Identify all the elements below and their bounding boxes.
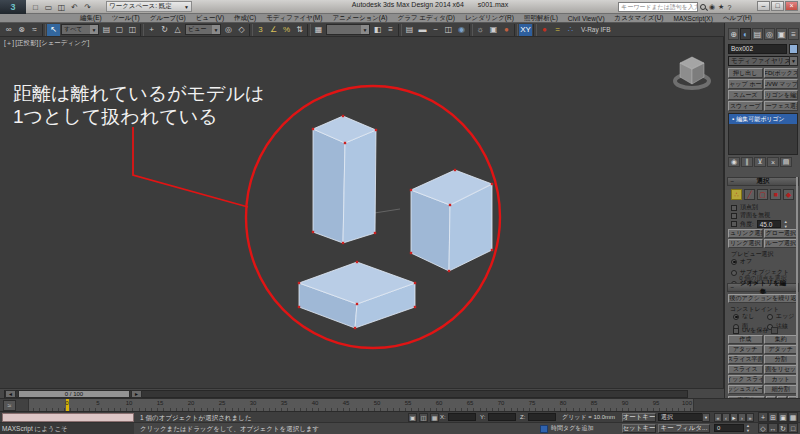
previous-frame-arrow[interactable]: ◄ (5, 390, 16, 398)
menu-item-12[interactable]: MAXScript(X) (669, 15, 718, 22)
application-menu-button[interactable]: 3 (0, 0, 26, 14)
select-and-scale-icon[interactable]: △ (171, 24, 184, 36)
tab-motion[interactable]: ◎ (764, 28, 775, 40)
save-file-icon[interactable]: ◫ (56, 2, 67, 13)
menu-item-1[interactable]: ツール(T) (107, 14, 145, 23)
box-pillar[interactable] (313, 116, 376, 243)
grow-button[interactable]: グロー選択 (764, 229, 799, 238)
geometry-button-8[interactable]: クイック スライス (728, 375, 763, 384)
previous-frame-icon[interactable]: ‹ (722, 413, 730, 422)
go-to-end-icon[interactable]: » (746, 413, 754, 422)
box-flat[interactable] (299, 262, 415, 328)
viewport-shading-menu[interactable]: [シェーディング] (39, 39, 89, 48)
rendered-frame-icon[interactable]: ▣ (487, 24, 500, 36)
panel-scrollbar[interactable] (796, 177, 798, 409)
menu-item-6[interactable]: アニメーション(A) (327, 14, 392, 23)
vray-teapot-icon[interactable]: ● (538, 24, 551, 36)
xy-constraint-icon[interactable]: XY (519, 24, 532, 36)
menu-item-5[interactable]: モディファイヤ(M) (261, 14, 327, 23)
percent-snap-icon[interactable]: % (280, 24, 293, 36)
modifier-button-7[interactable]: サーフェス選択 (764, 101, 799, 111)
geometry-button-3[interactable]: デタッチ (764, 345, 799, 354)
menu-item-0[interactable]: 編集(E) (75, 14, 107, 23)
make-unique-icon[interactable]: ⊻ (754, 157, 766, 167)
radio-icon[interactable] (733, 314, 739, 320)
selection-lock-icon[interactable]: ▣ (408, 413, 417, 422)
modifier-button-0[interactable]: 押し出し (728, 68, 763, 78)
modifier-button-3[interactable]: UVW マップ (764, 79, 799, 89)
modifier-list-dropdown[interactable]: モディファイヤリスト ▼ (728, 56, 798, 66)
radio-icon[interactable] (731, 259, 737, 265)
next-frame-arrow[interactable]: ► (131, 390, 142, 398)
zoom-extents-all-icon[interactable]: ▦ (788, 412, 798, 422)
infocenter-search-input[interactable]: キーワードまたは語句を入力 (618, 2, 698, 12)
collapse-icon[interactable]: − (728, 178, 737, 185)
selection-filter-dropdown[interactable]: すべて▼ (61, 24, 99, 35)
geometry-button-6[interactable]: スライス (728, 365, 763, 374)
select-by-name-icon[interactable]: ▤ (100, 24, 113, 36)
select-and-manipulate-icon[interactable]: ◇ (235, 24, 248, 36)
vray-line-icon[interactable]: = (551, 24, 564, 36)
render-setup-icon[interactable]: ☼ (474, 24, 487, 36)
geometry-button-7[interactable]: 平面をリセット (764, 365, 799, 374)
preserve-uv-settings-icon[interactable] (771, 327, 778, 334)
named-selection-dropdown[interactable]: ▼ (326, 24, 370, 35)
object-name-field[interactable]: Box002 (728, 44, 787, 54)
absolute-offset-icon[interactable]: ◫ (419, 413, 428, 422)
ring-button[interactable]: リング選択 (728, 239, 763, 248)
graphite-ribbon-icon[interactable]: ▬ (416, 24, 429, 36)
viewport[interactable]: [＋] [正投影] [シェーディング] 距離は離れているがモデルは 1つとして扱… (0, 37, 724, 388)
tab-hierarchy[interactable]: ▤ (752, 28, 763, 40)
field-of-view-icon[interactable]: ◇ (758, 423, 768, 433)
layer-manager-icon[interactable]: ▤ (403, 24, 416, 36)
geometry-button-2[interactable]: アタッチ (728, 345, 763, 354)
grid-toggle-icon[interactable]: ▦ (430, 413, 439, 422)
new-scene-icon[interactable]: □ (30, 2, 41, 13)
use-pivot-center-icon[interactable]: ◎ (222, 24, 235, 36)
curve-editor-icon[interactable]: ~ (429, 24, 442, 36)
rollout-edit-geometry[interactable]: − ジオメトリを編集 (727, 283, 799, 292)
zoom-all-icon[interactable]: ⊞ (768, 412, 778, 422)
mirror-icon[interactable]: ◧ (371, 24, 384, 36)
select-and-link-icon[interactable]: ∞ (2, 24, 15, 36)
element-icon[interactable]: ◆ (783, 189, 794, 200)
menu-item-9[interactable]: 照明解析(L) (519, 14, 563, 23)
time-tag-icon[interactable] (540, 425, 548, 433)
coord-x-field[interactable] (448, 413, 476, 421)
border-icon[interactable]: ▢ (757, 189, 768, 200)
vertex-icon[interactable]: ∴ (731, 189, 742, 200)
checkbox-icon[interactable] (731, 221, 737, 227)
geometry-button-9[interactable]: カット (764, 375, 799, 384)
chevron-down-icon[interactable]: ▼ (789, 56, 798, 66)
select-and-rotate-icon[interactable]: ↻ (158, 24, 171, 36)
chevron-down-icon[interactable]: ▼ (90, 25, 98, 34)
spinner-icon[interactable]: ▲▼ (746, 423, 750, 433)
spinner-icon[interactable]: ▲▼ (784, 219, 788, 229)
unlink-selection-icon[interactable]: ⊗ (15, 24, 28, 36)
selection-set-dropdown[interactable]: 選択 ▼ (658, 413, 710, 422)
mini-curve-editor-button[interactable]: ≈ (3, 400, 16, 411)
set-key-button[interactable]: セットキー (622, 424, 656, 433)
checkbox-icon[interactable] (731, 205, 737, 211)
modifier-button-1[interactable]: FFD(ボックス) (764, 68, 799, 78)
window-crossing-icon[interactable]: ◫ (126, 24, 139, 36)
edge-icon[interactable]: ╱ (744, 189, 755, 200)
object-color-swatch[interactable] (789, 44, 798, 54)
schematic-view-icon[interactable]: ◫ (442, 24, 455, 36)
collapse-icon[interactable]: − (728, 284, 737, 291)
modifier-stack[interactable]: ▪編集可能ポリゴン (728, 113, 798, 155)
radio-icon[interactable] (767, 314, 773, 320)
geometry-button-1[interactable]: 集約 (764, 335, 799, 344)
maxscript-mini-listener[interactable] (2, 413, 134, 422)
communication-center-icon[interactable]: ◉ (709, 3, 715, 11)
auto-key-button[interactable]: オートキー (622, 413, 656, 422)
search-icon[interactable] (700, 4, 706, 10)
align-icon[interactable]: ≡ (384, 24, 397, 36)
maximize-button[interactable]: □ (771, 1, 784, 11)
favorites-icon[interactable]: ★ (718, 3, 724, 11)
bind-to-space-warp-icon[interactable]: ≈ (28, 24, 41, 36)
menu-item-7[interactable]: グラフ エディタ(D) (393, 14, 460, 23)
edit-named-selection-icon[interactable]: ▦ (312, 24, 325, 36)
loop-button[interactable]: ループ選択 (764, 239, 799, 248)
preview-option-0[interactable]: オフ (731, 257, 752, 266)
